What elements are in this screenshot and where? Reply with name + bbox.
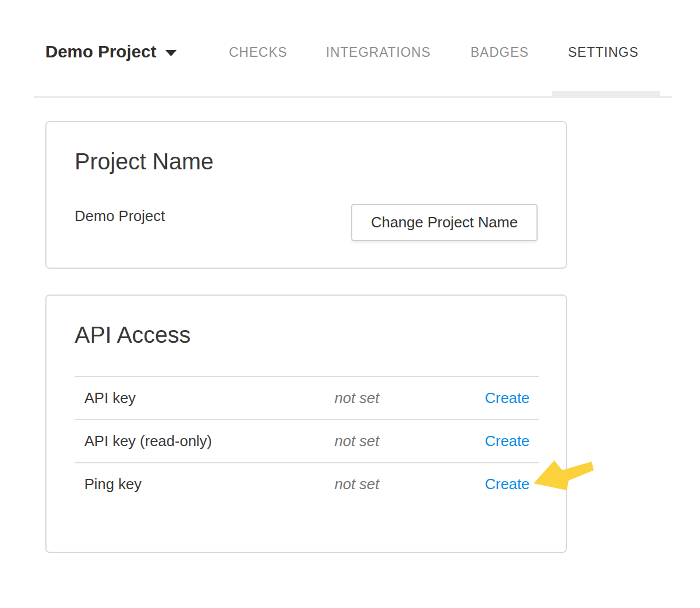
- project-switcher-dropdown[interactable]: Demo Project: [45, 41, 177, 62]
- table-row-api-key: API key not set Create: [75, 376, 539, 419]
- api-access-card-title: API Access: [75, 321, 190, 348]
- api-key-read-only-value: not set: [335, 432, 461, 450]
- tab-checks[interactable]: CHECKS: [229, 44, 287, 61]
- project-title: Demo Project: [45, 41, 156, 62]
- api-key-value: not set: [335, 389, 461, 407]
- tab-settings[interactable]: SETTINGS: [568, 44, 639, 61]
- api-access-card: API Access API key not set Create API ke…: [45, 295, 567, 553]
- api-key-label: API key: [75, 389, 335, 407]
- api-keys-table: API key not set Create API key (read-onl…: [75, 376, 539, 505]
- api-key-read-only-create-link[interactable]: Create: [461, 432, 539, 450]
- tab-badges[interactable]: BADGES: [470, 44, 529, 61]
- project-name-card-title: Project Name: [75, 148, 213, 175]
- project-name-card: Project Name Demo Project Change Project…: [45, 121, 567, 269]
- tab-integrations[interactable]: INTEGRATIONS: [326, 44, 431, 61]
- table-row-api-key-read-only: API key (read-only) not set Create: [75, 419, 539, 462]
- ping-key-label: Ping key: [75, 475, 335, 493]
- settings-page: Demo Project CHECKS INTEGRATIONS BADGES …: [0, 0, 700, 608]
- ping-key-create-link[interactable]: Create: [461, 475, 539, 493]
- project-name-value: Demo Project: [75, 207, 165, 225]
- header-divider: [34, 96, 672, 98]
- api-key-create-link[interactable]: Create: [461, 389, 539, 407]
- change-project-name-button[interactable]: Change Project Name: [351, 204, 538, 241]
- table-row-ping-key: Ping key not set Create: [75, 462, 539, 505]
- ping-key-value: not set: [335, 475, 461, 493]
- api-key-read-only-label: API key (read-only): [75, 432, 335, 450]
- caret-down-icon: [165, 50, 177, 56]
